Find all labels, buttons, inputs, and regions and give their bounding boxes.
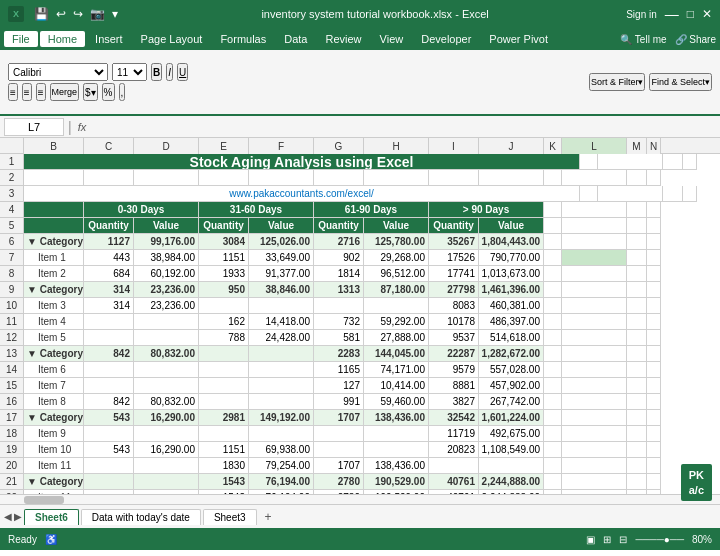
font-size-select[interactable]: 11	[112, 63, 147, 81]
tab-view[interactable]: View	[372, 31, 412, 47]
cell-2-H[interactable]	[364, 170, 429, 186]
cell-15-N[interactable]	[647, 378, 661, 394]
cell-2-I[interactable]	[429, 170, 479, 186]
underline-button[interactable]: U	[177, 63, 188, 81]
sheet-tab-data[interactable]: Data with today's date	[81, 509, 201, 525]
row-18[interactable]: 18	[0, 426, 24, 442]
row-20[interactable]: 20	[0, 458, 24, 474]
cell-18-L[interactable]	[562, 426, 627, 442]
cell-21-M[interactable]	[627, 474, 647, 490]
cell-12-M[interactable]	[627, 330, 647, 346]
col-header-N[interactable]: N	[647, 138, 661, 154]
cell-19-M[interactable]	[627, 442, 647, 458]
view-preview-btn[interactable]: ⊟	[619, 534, 627, 545]
cell-10-L[interactable]	[562, 298, 627, 314]
align-right-btn[interactable]: ≡	[36, 83, 46, 101]
cell-18-N[interactable]	[647, 426, 661, 442]
redo-icon[interactable]: ↪	[71, 6, 85, 22]
row-1[interactable]: 1	[0, 154, 24, 170]
cell-5-M[interactable]	[627, 218, 647, 234]
cell-6-N[interactable]	[647, 234, 661, 250]
cell-5-L[interactable]	[562, 218, 627, 234]
cell-7-L[interactable]	[562, 250, 627, 266]
cell-2-M[interactable]	[627, 170, 647, 186]
tab-home[interactable]: Home	[40, 31, 85, 47]
cell-6-L[interactable]	[562, 234, 627, 250]
tab-file[interactable]: File	[4, 31, 38, 47]
tab-data[interactable]: Data	[276, 31, 315, 47]
cell-15-K[interactable]	[544, 378, 562, 394]
cell-1-K[interactable]	[580, 154, 598, 170]
customize-icon[interactable]: ▾	[110, 6, 120, 22]
cell-11-L[interactable]	[562, 314, 627, 330]
cell-19-N[interactable]	[647, 442, 661, 458]
row-14[interactable]: 14	[0, 362, 24, 378]
cell-2-J[interactable]	[479, 170, 544, 186]
cell-2-L[interactable]	[562, 170, 627, 186]
cell-12-K[interactable]	[544, 330, 562, 346]
cell-17-L[interactable]	[562, 410, 627, 426]
cell-14-K[interactable]	[544, 362, 562, 378]
row-8[interactable]: 8	[0, 266, 24, 282]
cell-18-M[interactable]	[627, 426, 647, 442]
minimize-btn[interactable]: —	[665, 7, 679, 21]
row-12[interactable]: 12	[0, 330, 24, 346]
view-layout-btn[interactable]: ⊞	[603, 534, 611, 545]
col-header-J[interactable]: J	[479, 138, 544, 154]
row-13[interactable]: 13	[0, 346, 24, 362]
cell-7-K[interactable]	[544, 250, 562, 266]
sheet-tab-sheet3[interactable]: Sheet3	[203, 509, 257, 525]
col-header-L[interactable]: L	[562, 138, 627, 154]
row-9[interactable]: 9	[0, 282, 24, 298]
col-header-E[interactable]: E	[199, 138, 249, 154]
cell-16-L[interactable]	[562, 394, 627, 410]
sheet-tab-sheet6[interactable]: Sheet6	[24, 509, 79, 525]
cell-17-M[interactable]	[627, 410, 647, 426]
tab-review[interactable]: Review	[317, 31, 369, 47]
cell-10-K[interactable]	[544, 298, 562, 314]
cell-11-N[interactable]	[647, 314, 661, 330]
cell-4-M[interactable]	[627, 202, 647, 218]
cell-8-L[interactable]	[562, 266, 627, 282]
cell-1-L[interactable]	[598, 154, 663, 170]
sign-in-link[interactable]: Sign in	[626, 9, 657, 20]
percent-btn[interactable]: %	[102, 83, 115, 101]
cell-3-N[interactable]	[683, 186, 697, 202]
cell-9-M[interactable]	[627, 282, 647, 298]
cell-9-K[interactable]	[544, 282, 562, 298]
align-left-btn[interactable]: ≡	[8, 83, 18, 101]
col-header-G[interactable]: G	[314, 138, 364, 154]
cell-14-N[interactable]	[647, 362, 661, 378]
cell-22-M[interactable]	[627, 490, 647, 494]
zoom-slider[interactable]: ────●──	[635, 534, 684, 545]
align-center-btn[interactable]: ≡	[22, 83, 32, 101]
save-icon[interactable]: 💾	[32, 6, 51, 22]
url-cell[interactable]: www.pakaccountants.com/excel/	[24, 186, 580, 202]
row-7[interactable]: 7	[0, 250, 24, 266]
cell-12-N[interactable]	[647, 330, 661, 346]
cell-9-N[interactable]	[647, 282, 661, 298]
add-sheet-btn[interactable]: +	[259, 509, 278, 525]
next-sheet-btn[interactable]: ▶	[14, 511, 22, 522]
zoom-level[interactable]: 80%	[692, 534, 712, 545]
tab-developer[interactable]: Developer	[413, 31, 479, 47]
cell-2-N[interactable]	[647, 170, 661, 186]
cell-19-L[interactable]	[562, 442, 627, 458]
cell-22-L[interactable]	[562, 490, 627, 494]
row-3[interactable]: 3	[0, 186, 24, 202]
font-family-select[interactable]: Calibri	[8, 63, 108, 81]
bold-button[interactable]: B	[151, 63, 162, 81]
cell-12-L[interactable]	[562, 330, 627, 346]
camera-icon[interactable]: 📷	[88, 6, 107, 22]
col-header-C[interactable]: C	[84, 138, 134, 154]
cell-20-N[interactable]	[647, 458, 661, 474]
cell-reference-box[interactable]	[4, 118, 64, 136]
row-6[interactable]: 6	[0, 234, 24, 250]
cell-3-L[interactable]	[598, 186, 663, 202]
row-2[interactable]: 2	[0, 170, 24, 186]
sort-filter-btn[interactable]: Sort & Filter▾	[589, 73, 646, 91]
row-22[interactable]: 22	[0, 490, 24, 494]
cell-18-K[interactable]	[544, 426, 562, 442]
col-header-B[interactable]: B	[24, 138, 84, 154]
cell-5-K[interactable]	[544, 218, 562, 234]
